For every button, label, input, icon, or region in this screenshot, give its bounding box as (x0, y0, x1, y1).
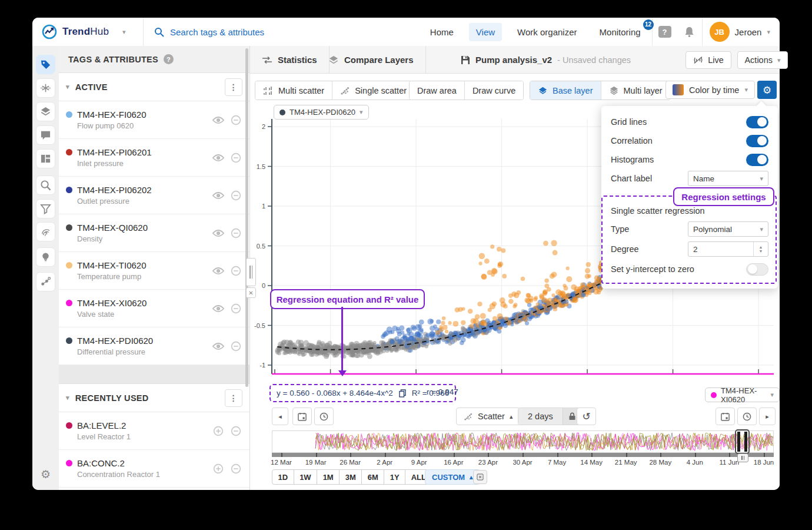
degree-stepper[interactable]: 2 ▲▼ (688, 241, 768, 257)
timeline-forward-button[interactable]: ▸ (759, 408, 776, 425)
eye-icon[interactable] (212, 341, 225, 352)
remove-icon[interactable] (229, 303, 242, 314)
rail-search-button[interactable] (36, 175, 55, 195)
add-icon[interactable] (212, 426, 225, 436)
rail-settings-button[interactable]: ⚙ (36, 464, 55, 483)
eye-icon[interactable] (212, 266, 225, 276)
context-timeline[interactable] (272, 430, 774, 453)
panel-scrollbar[interactable] (245, 48, 248, 387)
base-layer-button[interactable]: Base layer (530, 81, 601, 100)
chart-settings-button[interactable]: ⚙ (757, 81, 777, 99)
grid-lines-toggle[interactable] (746, 116, 768, 128)
global-search[interactable]: Search tags & attributes (144, 27, 264, 37)
copy-icon[interactable] (399, 389, 406, 398)
clear-range-button[interactable] (473, 470, 487, 484)
draw-curve-button[interactable]: Draw curve (465, 81, 523, 100)
x-axis-tag-dropdown[interactable]: TM4-HEX-XI0620 ▾ (705, 387, 780, 402)
remove-icon[interactable] (229, 115, 242, 125)
tag-icon (40, 59, 51, 70)
range-button-1y[interactable]: 1Y (384, 469, 405, 485)
rail-context-button[interactable] (36, 272, 55, 292)
remove-icon[interactable] (229, 228, 242, 238)
history-button[interactable]: ↺ (577, 408, 596, 425)
clock-right-button[interactable] (737, 408, 757, 425)
tag-row[interactable]: TM4-HEX-PI06202Outlet pressure (59, 177, 249, 214)
user-menu[interactable]: JB Jeroen ▾ (703, 22, 780, 42)
range-button-1d[interactable]: 1D (272, 469, 294, 485)
remove-icon[interactable] (229, 190, 242, 201)
eye-icon[interactable] (212, 303, 225, 314)
correlation-toggle[interactable] (746, 135, 768, 147)
rail-filter-button[interactable] (36, 199, 55, 218)
rail-comments-button[interactable] (36, 125, 55, 145)
range-button-3m[interactable]: 3M (339, 469, 362, 485)
remove-icon[interactable] (229, 341, 242, 352)
logo-chevron-down-icon[interactable]: ▾ (122, 28, 126, 36)
tag-row[interactable]: TM4-HEX-QI0620Density (59, 214, 249, 252)
timeline-back-button[interactable]: ◂ (272, 408, 288, 425)
actions-button[interactable]: Actions▾ (737, 51, 788, 69)
nav-work-organizer[interactable]: Work organizer (510, 23, 584, 41)
y-intercept-zero-toggle[interactable] (746, 263, 768, 276)
nav-monitoring[interactable]: Monitoring 12 (593, 23, 648, 41)
eye-icon[interactable] (212, 153, 225, 163)
remove-icon[interactable] (229, 426, 242, 436)
panel-collapse-button[interactable]: ✕ (246, 287, 256, 298)
remove-icon[interactable] (229, 463, 242, 474)
stepper-arrows-icon[interactable]: ▲▼ (753, 242, 768, 256)
timeline-brush[interactable] (735, 429, 750, 454)
eye-icon[interactable] (212, 115, 225, 125)
rail-dashboard-button[interactable] (36, 149, 55, 168)
tag-row[interactable]: TM4-HEX-XI0620Valve state (59, 290, 249, 327)
histograms-toggle[interactable] (746, 154, 768, 166)
tag-row[interactable]: TM4-HEX-FI0620Flow pump 0620 (59, 101, 249, 139)
y-axis-tag-dropdown[interactable]: TM4-HEX-PDI0620 ▾ (274, 105, 369, 120)
eye-icon[interactable] (212, 190, 225, 201)
single-scatter-button[interactable]: Single scatter (332, 81, 414, 100)
rail-tags-button[interactable] (36, 55, 55, 74)
rail-layers-button[interactable] (36, 102, 55, 121)
rail-ideas-button[interactable] (36, 247, 55, 267)
chart-label-select[interactable]: Name▾ (688, 171, 768, 186)
tag-row[interactable]: TM4-HEX-TI0620Temperature pump (59, 252, 249, 290)
nav-home[interactable]: Home (423, 23, 461, 41)
rail-calculations-button[interactable] (36, 78, 55, 98)
section-menu-button[interactable]: ⋮ (225, 78, 242, 96)
panel-help-icon[interactable]: ? (164, 54, 174, 64)
tag-row[interactable]: BA:LEVEL.2Level Reactor 1 (59, 412, 249, 450)
range-button-1w[interactable]: 1W (294, 469, 318, 485)
section-header-recently-used[interactable]: ▾RECENTLY USED⋮ (59, 384, 249, 412)
calendar-left-button[interactable] (292, 408, 312, 425)
range-button-1m[interactable]: 1M (317, 469, 340, 485)
rail-fingerprint-button[interactable] (36, 222, 55, 241)
section-menu-button[interactable]: ⋮ (225, 389, 242, 407)
timeline-brush-handle[interactable] (737, 453, 748, 462)
notifications-button[interactable] (677, 18, 702, 46)
help-button[interactable]: ? (653, 18, 677, 46)
add-icon[interactable] (212, 463, 225, 474)
save-icon[interactable] (461, 55, 470, 65)
tag-row[interactable]: TM4-HEX-PI06201Inlet pressure (59, 139, 249, 177)
nav-view[interactable]: View (469, 23, 502, 41)
draw-area-button[interactable]: Draw area (410, 81, 465, 100)
tag-row[interactable]: TM4-HEX-PDI0620Differential pressure (59, 327, 249, 365)
app-logo[interactable]: TrendHub ▾ (32, 24, 143, 39)
chart-mode-dropdown[interactable]: Scatter ▴ (456, 408, 520, 425)
calendar-right-button[interactable] (716, 408, 735, 425)
duration-value[interactable]: 2 days (518, 408, 563, 425)
color-by-time-dropdown[interactable]: Color by time ▾ (665, 81, 755, 99)
clock-left-button[interactable] (314, 408, 334, 425)
remove-icon[interactable] (229, 153, 242, 163)
multi-layer-button[interactable]: Multi layer (601, 81, 670, 100)
regression-type-select[interactable]: Polynomial▾ (688, 221, 768, 237)
tag-row[interactable]: BA:CONC.2Concentration Reactor 1 (59, 450, 249, 488)
remove-icon[interactable] (229, 266, 242, 276)
multi-scatter-button[interactable]: Multi scatter (255, 81, 332, 100)
tab-compare-layers[interactable]: Compare Layers (317, 46, 426, 74)
range-button-6m[interactable]: 6M (361, 469, 384, 485)
live-button[interactable]: Live (685, 51, 731, 69)
panel-resize-handle[interactable] (246, 258, 256, 286)
eye-icon[interactable] (212, 228, 225, 238)
section-header-active[interactable]: ▾ACTIVE⋮ (59, 73, 249, 101)
custom-range-button[interactable]: CUSTOM▴ (425, 469, 480, 485)
